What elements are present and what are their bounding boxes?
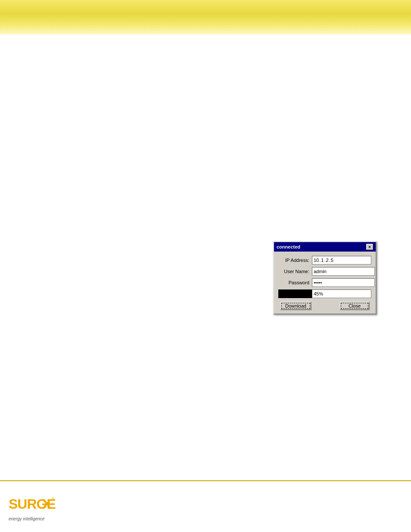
dialog-close-button[interactable]: × (366, 244, 373, 250)
close-button[interactable]: Close (339, 302, 370, 310)
surgex-logo: SURGE X ® (9, 492, 56, 518)
progress-row: 45% (278, 289, 371, 298)
top-banner (0, 0, 411, 34)
ip-address-label: IP Address: (278, 258, 312, 263)
progress-value: 45% (314, 291, 323, 296)
dialog-connected: connected × IP Address: 10 . 1 . 2 . 5 (273, 241, 377, 314)
username-input[interactable] (312, 267, 375, 276)
svg-text:®: ® (52, 497, 55, 501)
ip-octet-3: 2 (326, 258, 329, 263)
logo-subtitle: energy intelligence (9, 516, 44, 521)
username-row: User Name: (278, 267, 371, 276)
password-row: Password (278, 278, 371, 287)
download-button[interactable]: Download (280, 302, 311, 310)
logo-area: SURGE X ® energy intelligence (9, 492, 56, 521)
dialog-titlebar: connected × (274, 242, 376, 252)
main-content: connected × IP Address: 10 . 1 . 2 . 5 (0, 34, 411, 480)
footer: SURGE X ® energy intelligence (0, 480, 411, 532)
ip-address-input-group[interactable]: 10 . 1 . 2 . 5 (312, 256, 371, 264)
ip-octet-2: 1 (321, 258, 324, 263)
buttons-row: Download Close (278, 302, 371, 310)
ip-octet-1: 10 (314, 258, 319, 263)
progress-text: 45% (312, 289, 371, 298)
ip-octet-4: 5 (331, 258, 333, 263)
password-label: Password (278, 280, 312, 285)
username-label: User Name: (278, 269, 312, 274)
progress-bar (278, 289, 312, 298)
dialog-title: connected (277, 244, 300, 249)
dialog-body: IP Address: 10 . 1 . 2 . 5 User Name: (274, 252, 376, 314)
svg-text:X: X (42, 496, 52, 512)
ip-address-row: IP Address: 10 . 1 . 2 . 5 (278, 256, 371, 264)
password-input[interactable] (312, 278, 375, 287)
